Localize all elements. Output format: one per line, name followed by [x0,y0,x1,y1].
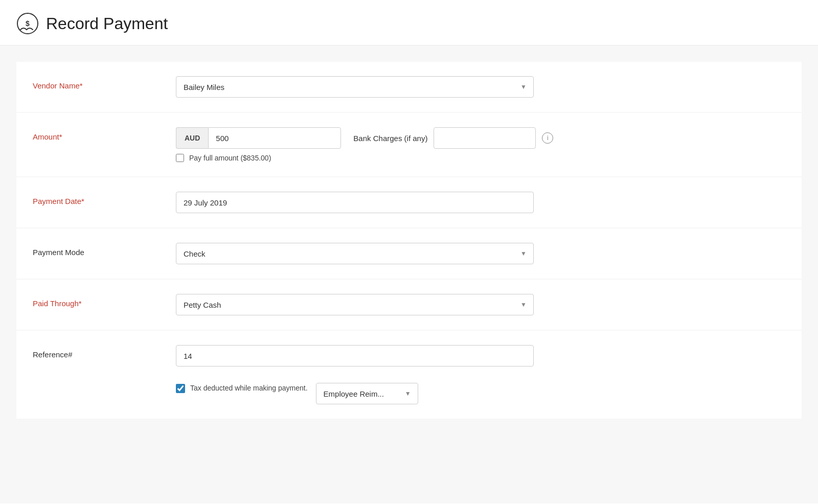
reference-input[interactable] [176,345,534,366]
payment-date-section: Payment Date* [16,177,802,227]
record-payment-icon: $ [16,12,39,35]
tax-deducted-label: Tax deducted while making payment. [190,383,308,394]
amount-row-container: Amount* AUD Bank Charges (if any) i P [33,127,785,162]
payment-date-row: Payment Date* [33,192,785,213]
payment-date-field-content [176,192,785,213]
vendor-name-row: Vendor Name* Bailey Miles John Smith Acm… [33,76,785,98]
amount-field-content: AUD Bank Charges (if any) i Pay full amo… [176,127,785,162]
vendor-name-select[interactable]: Bailey Miles John Smith Acme Corp [176,76,534,98]
tax-row: Tax deducted while making payment. Emplo… [176,383,785,404]
paid-through-field-content: Petty Cash Cash Bank Account Credit Card… [176,294,785,315]
amount-label: Amount* [33,127,176,141]
paid-through-label: Paid Through* [33,294,176,308]
tax-deducted-checkbox[interactable] [176,384,185,393]
bank-charges-label: Bank Charges (if any) [353,134,427,143]
payment-mode-select[interactable]: Check Cash Bank Transfer Credit Card [176,243,534,264]
vendor-name-section: Vendor Name* Bailey Miles John Smith Acm… [16,62,802,112]
payment-mode-row: Payment Mode Check Cash Bank Transfer Cr… [33,243,785,264]
tax-field-content: Tax deducted while making payment. Emplo… [176,379,785,404]
pay-full-amount-row: Pay full amount ($835.00) [176,154,785,162]
tax-type-select[interactable]: Employee Reim... Other [316,383,418,404]
vendor-name-field-content: Bailey Miles John Smith Acme Corp ▼ [176,76,785,98]
bank-charges-section: Bank Charges (if any) i [353,127,553,149]
payment-mode-label: Payment Mode [33,243,176,257]
payment-mode-field-content: Check Cash Bank Transfer Credit Card ▼ [176,243,785,264]
currency-badge: AUD [176,127,208,149]
page-header: $ Record Payment [0,0,818,45]
amount-input-row: AUD Bank Charges (if any) i [176,127,785,149]
amount-section: Amount* AUD Bank Charges (if any) i P [16,113,802,176]
paid-through-section: Paid Through* Petty Cash Cash Bank Accou… [16,280,802,330]
payment-date-input[interactable] [176,192,534,213]
paid-through-select[interactable]: Petty Cash Cash Bank Account Credit Card [176,294,534,315]
payment-mode-section: Payment Mode Check Cash Bank Transfer Cr… [16,228,802,279]
svg-text:$: $ [26,19,30,28]
tax-checkbox-group: Tax deducted while making payment. [176,383,308,394]
paid-through-select-wrapper: Petty Cash Cash Bank Account Credit Card… [176,294,534,315]
pay-full-amount-checkbox[interactable] [176,154,184,162]
info-icon[interactable]: i [542,132,553,144]
amount-input[interactable] [208,127,341,149]
tax-deducted-row: Tax deducted while making payment. Emplo… [33,379,785,404]
form-container: Vendor Name* Bailey Miles John Smith Acm… [0,45,818,503]
bank-charges-input[interactable] [434,127,536,149]
reference-field-content [176,345,785,366]
vendor-name-label: Vendor Name* [33,76,176,90]
payment-mode-select-wrapper: Check Cash Bank Transfer Credit Card ▼ [176,243,534,264]
tax-spacer [33,379,176,384]
paid-through-row: Paid Through* Petty Cash Cash Bank Accou… [33,294,785,315]
reference-row: Reference# [33,345,785,366]
reference-label: Reference# [33,345,176,359]
pay-full-amount-label: Pay full amount ($835.00) [189,154,271,162]
tax-select-wrapper: Employee Reim... Other ▼ [316,383,418,404]
vendor-name-select-wrapper: Bailey Miles John Smith Acme Corp ▼ [176,76,534,98]
page-title: Record Payment [46,14,168,33]
reference-section: Reference# Tax deducted while making pay… [16,331,802,419]
payment-date-label: Payment Date* [33,192,176,205]
